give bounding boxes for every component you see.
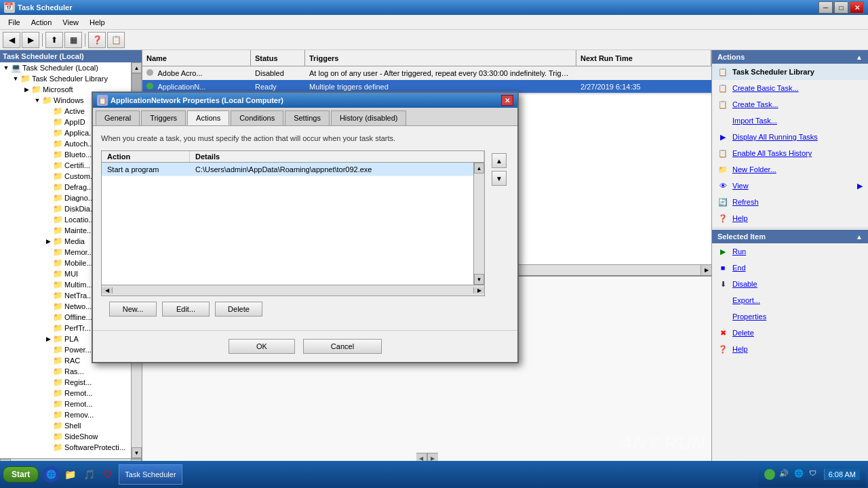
col-header-triggers[interactable]: Triggers [305,50,576,66]
action-refresh[interactable]: 🔄 Refresh [712,194,868,210]
dialog-close-button[interactable]: ✕ [501,95,513,106]
selected-item-collapse-icon[interactable]: ▲ [856,233,863,241]
microsoft-icon: 📁 [31,85,41,94]
menu-help[interactable]: Help [84,17,111,28]
action-enable-history[interactable]: 📋 Enable All Tasks History [712,145,868,161]
expand-media[interactable]: ▶ [43,237,53,246]
taskbar-ie-icon[interactable]: 🌐 [43,466,59,483]
tree-scroll-down[interactable]: ▼ [132,447,142,458]
tree-item-root[interactable]: ▼ 💻 Task Scheduler (Local) [0,62,131,73]
col-header-next-run[interactable]: Next Run Time [576,50,711,66]
menu-view[interactable]: View [57,17,84,28]
minimize-button[interactable]: ─ [818,1,833,14]
tree-scroll-up[interactable]: ▲ [132,62,142,73]
dialog-hscroll[interactable]: ◀ ▶ [102,285,484,296]
dialog-hscroll-right[interactable]: ▶ [473,287,484,293]
toolbar-up[interactable]: ⬆ [45,32,63,48]
tab-actions[interactable]: Actions [187,110,229,125]
action-run[interactable]: ▶ Run [712,243,868,260]
close-button[interactable]: ✕ [850,1,864,14]
dialog-move-down[interactable]: ▼ [492,171,507,186]
dialog-hscroll-left[interactable]: ◀ [102,287,113,293]
regist-icon: 📁 [53,378,63,387]
tree-label-bluetooth: Blueto... [64,150,92,159]
toolbar-grid[interactable]: ▦ [64,32,82,48]
tree-item-remov[interactable]: 📁 Remov... [0,409,131,420]
tab-history[interactable]: History (disabled) [331,110,407,125]
tab-settings[interactable]: Settings [285,110,330,125]
action-create-basic[interactable]: 📋 Create Basic Task... [712,80,868,96]
action-properties[interactable]: Properties [712,308,868,325]
expand-pla[interactable]: ▶ [43,334,53,344]
dialog-vscroll[interactable]: ▲ ▼ [473,163,484,285]
tab-triggers[interactable]: Triggers [141,110,186,125]
selected-item-section-header: Selected Item ▲ [712,230,868,243]
dialog-move-up[interactable]: ▲ [492,153,507,168]
tree-expand-windows[interactable]: ▼ [33,96,42,105]
status-dot-0 [146,69,153,76]
dialog-cancel-button[interactable]: Cancel [303,339,382,354]
dialog-scroll-up[interactable]: ▲ [474,163,484,174]
expand-memor [43,247,53,257]
tree-expand-root[interactable]: ▼ [1,63,11,73]
softprot-icon: 📁 [53,443,63,452]
col-header-name[interactable]: Name [142,50,251,66]
col-header-status[interactable]: Status [251,50,305,66]
tree-item-remot2[interactable]: 📁 Remot... [0,399,131,409]
action-delete[interactable]: ✖ Delete [712,325,868,341]
action-display-running[interactable]: ▶ Display All Running Tasks [712,129,868,145]
dialog-table-row[interactable]: Start a program C:\Users\admin\AppData\R… [102,163,473,176]
dialog-scroll-down[interactable]: ▼ [474,274,484,285]
table-row[interactable]: Adobe Acro... Disabled At log on of any … [142,66,711,80]
menu-action[interactable]: Action [26,17,58,28]
tree-expand-microsoft[interactable]: ▶ [22,85,31,94]
taskbar-window-item[interactable]: Task Scheduler [119,464,182,485]
tree-item-remot1[interactable]: 📁 Remot... [0,388,131,399]
expand-regist [43,378,53,387]
restore-button[interactable]: □ [834,1,848,14]
tree-item-sideshow[interactable]: 📁 SideShow [0,431,131,442]
action-help-1[interactable]: ❓ Help [712,210,868,226]
dialog-delete-button[interactable]: Delete [215,302,262,317]
tree-expand-library[interactable]: ▼ [11,74,20,83]
tree-item-library[interactable]: ▼ 📁 Task Scheduler Library [0,73,131,84]
toolbar-doc[interactable]: 📋 [107,32,125,48]
dialog-col-details: Details [190,151,484,162]
action-label-export: Export... [732,296,760,304]
expand-certifi [43,161,53,170]
center-hscroll-right[interactable]: ▶ [701,265,711,275]
actions-collapse-icon[interactable]: ▲ [856,54,863,61]
tree-item-softprot[interactable]: 📁 SoftwareProtecti... [0,442,131,453]
action-view[interactable]: 👁 View ▶ [712,178,868,194]
action-disable[interactable]: ⬇ Disable [712,276,868,292]
toolbar-back[interactable]: ◀ [3,32,20,48]
start-button[interactable]: Start [3,466,39,483]
tab-conditions[interactable]: Conditions [231,110,283,125]
taskbar-folder-icon[interactable]: 📁 [62,466,78,483]
tree-item-ras[interactable]: 📁 Ras... [0,366,131,377]
tree-label-certifi: Certifi... [64,161,90,169]
menu-file[interactable]: File [3,17,26,28]
tab-general[interactable]: General [96,110,140,125]
action-label-delete: Delete [732,329,754,337]
autoc-icon: 📁 [53,139,63,148]
taskbar-antivirus-icon[interactable]: 🛡 [100,466,116,483]
taskbar-media-icon[interactable]: 🎵 [81,466,97,483]
action-import[interactable]: Import Task... [712,113,868,129]
tree-item-regist[interactable]: 📁 Regist... [0,377,131,388]
action-create-task[interactable]: 📋 Create Task... [712,96,868,113]
action-end[interactable]: ■ End [712,260,868,276]
action-export[interactable]: Export... [712,292,868,308]
dialog-edit-button[interactable]: Edit... [162,302,210,317]
dialog-new-button[interactable]: New... [109,302,157,317]
sideshow-icon: 📁 [53,432,63,441]
action-new-folder[interactable]: 📁 New Folder... [712,161,868,178]
dialog[interactable]: 📋 ApplicationNetwork Properties (Local C… [92,92,519,363]
action-task-scheduler-library[interactable]: 📋 Task Scheduler Library [712,64,868,80]
action-help-2[interactable]: ❓ Help [712,341,868,357]
tree-item-shell[interactable]: 📁 Shell [0,420,131,431]
toolbar-help[interactable]: ❓ [88,32,106,48]
delete-icon: ✖ [717,327,728,338]
toolbar-forward[interactable]: ▶ [22,32,39,48]
dialog-ok-button[interactable]: OK [229,339,295,354]
